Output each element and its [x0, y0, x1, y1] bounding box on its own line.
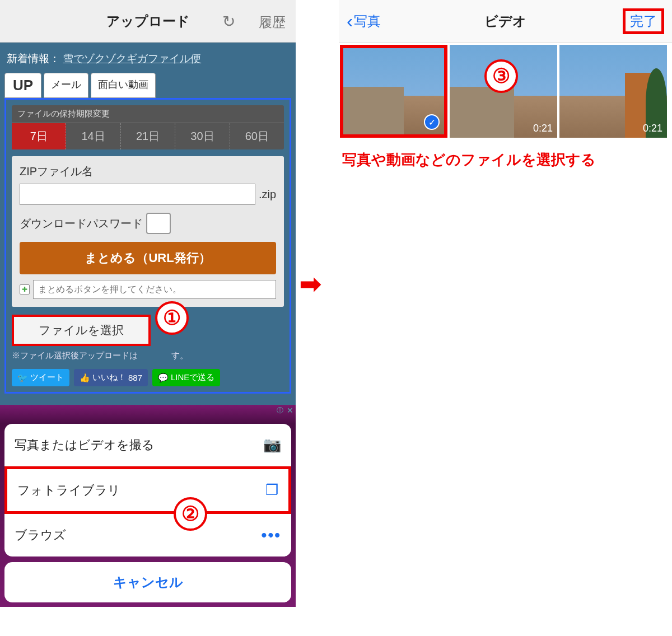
refresh-icon[interactable]: ↻ — [222, 12, 235, 31]
zip-ext: .zip — [259, 188, 276, 201]
like-count: 887 — [128, 373, 142, 382]
ad-close-icon[interactable]: ✕ — [287, 406, 293, 415]
hint-input[interactable] — [33, 280, 276, 299]
duration-2: 0:21 — [533, 123, 553, 134]
retention-box: ファイルの保持期限変更 7日 14日 21日 30日 60日 — [12, 105, 284, 149]
badge-3: ③ — [484, 59, 518, 93]
retention-30[interactable]: 30日 — [175, 123, 230, 149]
back-button[interactable]: ‹ 写真 — [347, 10, 381, 32]
tweet-button[interactable]: 🐦 ツイート — [12, 369, 69, 386]
thumb-building — [343, 87, 404, 134]
like-label: いいね！ — [92, 372, 126, 383]
news-label: 新着情報： — [7, 53, 60, 64]
news-row: 新着情報： 雪でゾクゾクギガファイル便 — [4, 49, 291, 73]
picker-title: ビデオ — [484, 12, 526, 30]
back-label: 写真 — [354, 12, 381, 30]
thumbnails: ✓ 0:21 0:21 ③ — [339, 43, 672, 140]
social-row: 🐦 ツイート 👍 いいね！ 887 💬 LINEで送る — [12, 369, 284, 386]
badge-1: ① — [155, 301, 189, 335]
select-row: ファイルを選択 ① — [12, 315, 284, 346]
bundle-button[interactable]: まとめる（URL発行） — [20, 242, 276, 274]
retention-header: ファイルの保持期限変更 — [12, 105, 284, 123]
sheet-library-label: フォトライブラリ — [17, 482, 120, 499]
chevron-left-icon: ‹ — [347, 10, 353, 32]
pw-label: ダウンロードパスワード — [20, 216, 143, 231]
arrow-icon: ➡ — [300, 269, 321, 299]
upload-navbar: アップロード ↻ 履歴 — [0, 0, 296, 43]
sheet-browse[interactable]: ブラウズ ••• ② — [4, 514, 291, 556]
sheet-time: 12:00 — [267, 535, 289, 545]
tabs: UP メール 面白い動画 — [4, 73, 291, 98]
retention-21[interactable]: 21日 — [121, 123, 175, 149]
check-icon: ✓ — [424, 114, 440, 130]
ad-info-icon[interactable]: ⓘ — [277, 406, 283, 415]
tab-mail[interactable]: メール — [44, 73, 88, 98]
action-sheet: 写真またはビデオを撮る 📷 フォトライブラリ ❐ ブラウズ ••• ② — [4, 424, 291, 556]
upload-box: ファイルの保持期限変更 7日 14日 21日 30日 60日 ZIPファイル名 … — [4, 98, 291, 394]
duration-3: 0:21 — [643, 123, 662, 134]
thumb-building — [450, 87, 514, 138]
pw-input[interactable] — [146, 213, 171, 234]
form-area: ZIPファイル名 .zip ダウンロードパスワード まとめる（URL発行） ✚ — [12, 156, 284, 307]
select-file-button[interactable]: ファイルを選択 — [12, 315, 151, 346]
zip-name-input[interactable] — [20, 184, 255, 205]
right-screen: ‹ 写真 ビデオ 完了 ✓ 0:21 0:21 ③ 写真や動画などのファイルを選… — [339, 0, 672, 636]
badge-2: ② — [174, 497, 207, 531]
upload-note: ※ファイル選択後アップロードは す。 — [12, 350, 284, 361]
sheet-take-photo-label: 写真またはビデオを撮る — [15, 437, 155, 453]
retention-7[interactable]: 7日 — [12, 123, 66, 149]
like-button[interactable]: 👍 いいね！ 887 — [74, 369, 148, 386]
line-label: LINEで送る — [171, 372, 214, 383]
thumb-1[interactable]: ✓ — [340, 45, 447, 138]
retention-options: 7日 14日 21日 30日 60日 — [12, 123, 284, 149]
tweet-label: ツイート — [30, 372, 64, 383]
stack-icon: ❐ — [265, 481, 278, 499]
action-sheet-bg: 写真またはビデオを撮る 📷 フォトライブラリ ❐ ブラウズ ••• ② 12:0… — [0, 424, 296, 607]
cancel-button[interactable]: キャンセル — [4, 562, 291, 602]
retention-60[interactable]: 60日 — [230, 123, 284, 149]
done-button[interactable]: 完了 — [623, 8, 664, 34]
line-button[interactable]: 💬 LINEで送る — [152, 369, 220, 386]
left-screen: アップロード ↻ 履歴 新着情報： 雪でゾクゾクギガファイル便 UP メール 面… — [0, 0, 296, 636]
history-link[interactable]: 履歴 — [259, 13, 286, 31]
sheet-take-photo[interactable]: 写真またはビデオを撮る 📷 — [4, 424, 291, 466]
news-link[interactable]: 雪でゾクゾクギガファイル便 — [63, 53, 201, 64]
page-title: アップロード — [106, 12, 190, 30]
upload-body: 新着情報： 雪でゾクゾクギガファイル便 UP メール 面白い動画 ファイルの保持… — [0, 43, 296, 405]
ad-strip: ⓘ ✕ — [0, 405, 296, 424]
tab-up[interactable]: UP — [4, 73, 41, 98]
sheet-browse-label: ブラウズ — [15, 527, 66, 544]
hint-icon: ✚ — [20, 284, 30, 294]
retention-14[interactable]: 14日 — [66, 123, 120, 149]
zip-label: ZIPファイル名 — [20, 164, 276, 179]
tab-video[interactable]: 面白い動画 — [91, 73, 156, 98]
picker-navbar: ‹ 写真 ビデオ 完了 — [339, 0, 672, 43]
camera-icon: 📷 — [263, 436, 281, 453]
sheet-photo-library[interactable]: フォトライブラリ ❐ — [4, 466, 291, 514]
thumb-3[interactable]: 0:21 — [559, 45, 667, 138]
caption: 写真や動画などのファイルを選択する — [342, 149, 669, 171]
